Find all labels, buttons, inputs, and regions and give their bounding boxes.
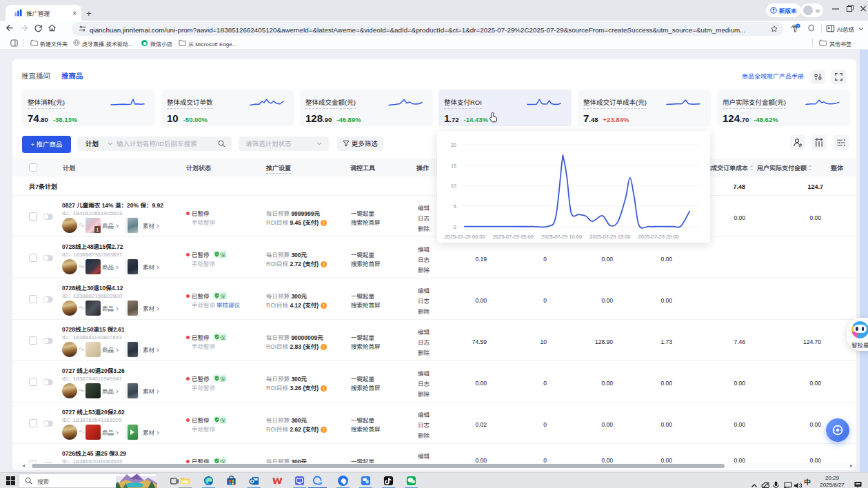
svg-text:15: 15 [451,161,456,169]
svg-text:5: 5 [454,202,456,210]
svg-text:2025-07-29 05:00: 2025-07-29 05:00 [493,232,534,240]
svg-text:2025-07-29 20:00: 2025-07-29 20:00 [638,232,679,240]
svg-text:2025-07-29 00:00: 2025-07-29 00:00 [444,232,485,240]
svg-text:2025-07-29 15:00: 2025-07-29 15:00 [589,232,630,240]
svg-text:2025-07-29 10:00: 2025-07-29 10:00 [541,232,582,240]
svg-text:10: 10 [451,181,456,189]
svg-text:20: 20 [451,141,456,148]
svg-text:1: 1 [797,24,799,28]
svg-text:0: 0 [454,223,456,230]
